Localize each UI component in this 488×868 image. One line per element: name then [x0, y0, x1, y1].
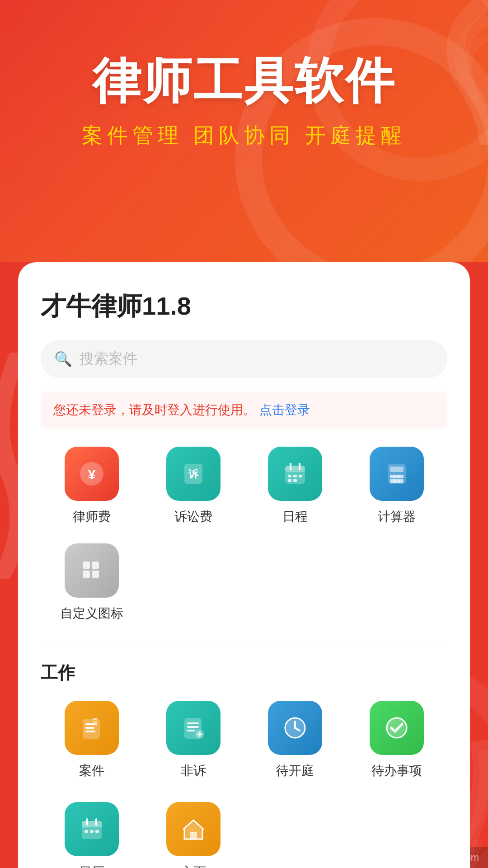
- icon-item-home[interactable]: 主页: [142, 802, 244, 868]
- header-title-block: 律师工具软件 案件管理 团队协同 开庭提醒: [36, 54, 452, 150]
- deco-top-right: [343, 0, 488, 145]
- icon-item-custom[interactable]: 自定义图标: [41, 543, 142, 622]
- main-title: 律师工具软件: [36, 54, 452, 108]
- search-placeholder-text: 搜索案件: [80, 349, 137, 369]
- icon-label-custom: 自定义图标: [60, 605, 123, 622]
- quick-icon-grid: ¥ 律师费 诉 诉讼费: [41, 447, 447, 640]
- icon-label-todo: 待办事项: [371, 762, 422, 779]
- icon-calendar-bottom: [65, 802, 119, 856]
- icon-label-lawyer-fee: 律师费: [73, 508, 111, 525]
- yen-icon: ¥: [78, 460, 105, 487]
- icon-custom: [65, 543, 119, 598]
- icon-item-schedule[interactable]: 日程: [244, 447, 346, 525]
- icon-litigation-fee: 诉: [166, 447, 221, 501]
- svg-rect-26: [85, 723, 97, 725]
- svg-rect-51: [190, 832, 197, 839]
- svg-rect-27: [85, 727, 94, 729]
- svg-point-41: [294, 726, 296, 729]
- icon-label-schedule: 日程: [282, 508, 308, 525]
- icon-item-pending-court[interactable]: 待开庭: [244, 701, 346, 779]
- svg-rect-44: [82, 821, 102, 827]
- svg-rect-12: [293, 479, 297, 482]
- svg-rect-14: [390, 467, 404, 472]
- main-card: 才牛律师11.8 🔍 搜索案件 您还未登录，请及时登入进行使用。 点击登录: [18, 262, 470, 868]
- svg-rect-22: [92, 561, 99, 569]
- icon-label-non-litigation: 非诉: [181, 762, 206, 779]
- lower-section: 才牛律师11.8 🔍 搜索案件 您还未登录，请及时登入进行使用。 点击登录: [0, 262, 488, 868]
- svg-rect-47: [84, 830, 88, 833]
- icon-pending-court: [268, 701, 322, 755]
- login-notice-text: 您还未登录，请及时登入进行使用。: [53, 403, 256, 417]
- svg-text:¥: ¥: [88, 467, 95, 482]
- icon-schedule: [268, 447, 322, 501]
- svg-rect-20: [398, 479, 404, 483]
- home-icon: [180, 816, 207, 843]
- calendar-icon: [282, 460, 309, 487]
- icon-label-case: 案件: [79, 762, 104, 779]
- svg-text:诉: 诉: [188, 468, 199, 480]
- search-bar[interactable]: 🔍 搜索案件: [41, 340, 447, 378]
- icon-item-lawyer-fee[interactable]: ¥ 律师费: [41, 447, 142, 525]
- svg-rect-48: [90, 830, 94, 833]
- sub-title: 案件管理 团队协同 开庭提醒: [36, 122, 452, 150]
- svg-rect-5: [285, 466, 305, 472]
- svg-rect-17: [398, 475, 404, 478]
- svg-rect-33: [187, 726, 199, 728]
- icon-item-calendar-bottom[interactable]: 日历: [41, 802, 142, 868]
- header-section: 律师工具软件 案件管理 团队协同 开庭提醒: [0, 0, 488, 262]
- svg-rect-21: [83, 561, 90, 569]
- icon-todo: [370, 701, 424, 755]
- app-name: 才牛律师11.8: [41, 289, 447, 324]
- icon-non-litigation: [166, 701, 221, 755]
- svg-rect-28: [85, 731, 95, 732]
- icon-calculator: [370, 447, 424, 501]
- check-icon: [383, 714, 410, 741]
- grid-icon: [78, 557, 105, 584]
- icon-item-non-litigation[interactable]: 非诉: [142, 701, 244, 779]
- su-icon: 诉: [180, 460, 207, 487]
- icon-case: [65, 701, 119, 755]
- work-icon-grid: 案件 非诉: [41, 701, 447, 797]
- svg-point-42: [387, 718, 407, 738]
- icon-label-calendar-bottom: 日历: [79, 863, 104, 868]
- icon-item-case[interactable]: 案件: [41, 701, 142, 779]
- svg-rect-11: [288, 479, 291, 482]
- login-link[interactable]: 点击登录: [259, 403, 310, 417]
- case-icon: [78, 714, 105, 741]
- icon-item-todo[interactable]: 待办事项: [346, 701, 447, 779]
- icon-home: [166, 802, 221, 856]
- clock-icon: [282, 714, 309, 741]
- login-notice: 您还未登录，请及时登入进行使用。 点击登录: [41, 392, 447, 429]
- icon-lawyer-fee: ¥: [65, 447, 119, 501]
- icon-label-home: 主页: [181, 863, 206, 868]
- svg-rect-10: [299, 475, 302, 477]
- svg-rect-9: [293, 475, 297, 477]
- svg-rect-49: [95, 830, 99, 833]
- section-divider: [41, 645, 447, 645]
- card-container: 才牛律师11.8 🔍 搜索案件 您还未登录，请及时登入进行使用。 点击登录: [0, 262, 488, 868]
- svg-rect-8: [288, 475, 291, 477]
- search-icon: 🔍: [54, 350, 72, 368]
- svg-rect-34: [187, 730, 195, 731]
- icon-item-litigation-fee[interactable]: 诉 诉讼费: [142, 447, 244, 525]
- calc-icon: [383, 460, 410, 487]
- svg-rect-23: [83, 571, 90, 578]
- cal-bottom-icon: [78, 816, 105, 843]
- doc-icon: [180, 714, 207, 741]
- icon-label-litigation-fee: 诉讼费: [174, 508, 212, 525]
- work-section-title: 工作: [41, 661, 447, 684]
- icon-label-pending-court: 待开庭: [276, 762, 314, 779]
- icon-label-calculator: 计算器: [378, 508, 416, 525]
- svg-rect-24: [92, 571, 99, 578]
- icon-item-calculator[interactable]: 计算器: [346, 447, 447, 525]
- svg-rect-32: [187, 722, 199, 724]
- bottom-icon-grid: 日历 主页: [41, 802, 447, 868]
